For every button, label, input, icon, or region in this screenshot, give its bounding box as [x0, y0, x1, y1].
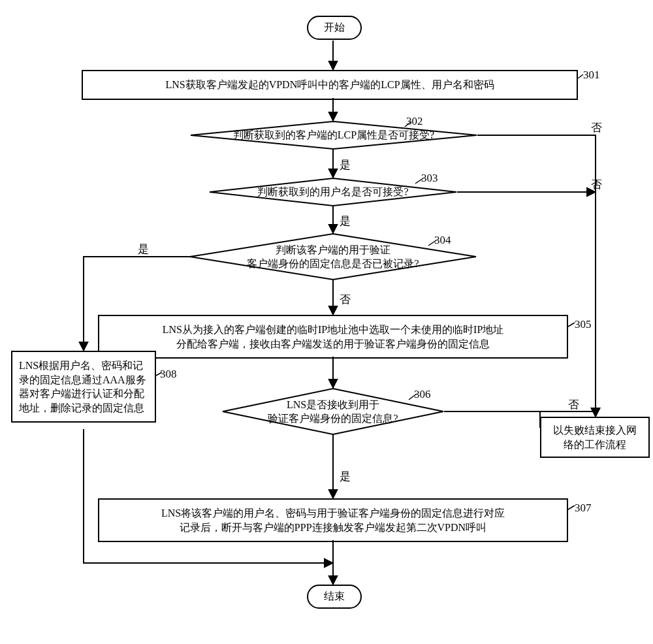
label-306-yes: 是 [340, 469, 351, 484]
step-label-308: 308 [160, 368, 177, 381]
process-fail-line1: 以失败结束接入网 [553, 425, 637, 436]
process-fail: 以失败结束接入网 络的工作流程 [540, 417, 650, 458]
label-303-no: 否 [591, 177, 602, 192]
step-label-303: 303 [421, 172, 438, 185]
step-label-307: 307 [575, 502, 592, 515]
label-306-no: 否 [568, 397, 579, 412]
decision-304-line1: 判断该客户端的用于验证 [276, 244, 390, 255]
decision-306-line2: 验证客户端身份的固定信息? [268, 413, 398, 424]
step-label-304: 304 [434, 234, 451, 247]
process-308-line3: 器对客户端进行认证和分配 [19, 388, 144, 399]
process-305: LNS从为接入的客户端创建的临时IP地址池中选取一个未使用的临时IP地址 分配给… [98, 315, 568, 359]
decision-304: 判断该客户端的用于验证 客户端身份的固定信息是否已被记录? [189, 233, 477, 280]
decision-306: LNS是否接收到用于 验证客户端身份的固定信息? [222, 388, 444, 435]
label-304-no: 否 [340, 292, 351, 307]
svg-line-16 [568, 323, 575, 327]
decision-306-line1: LNS是否接收到用于 [287, 399, 379, 410]
process-305-line2: 分配给客户端，接收由客户端发送的用于验证客户端身份的固定信息 [176, 338, 490, 349]
svg-line-12 [578, 74, 583, 78]
process-308-line1: LNS根据用户名、密码和记 [19, 360, 143, 371]
process-308-line2: 录的固定信息通过AAA服务 [19, 374, 146, 385]
decision-302: 判断获取到的客户端的LCP属性是否可接受? [190, 121, 477, 150]
decision-302-text: 判断获取到的客户端的LCP属性是否可接受? [233, 129, 434, 140]
process-301-text: LNS获取客户端发起的VPDN呼叫中的客户端的LCP属性、用户名和密码 [165, 79, 494, 90]
svg-line-18 [568, 506, 575, 509]
step-label-305: 305 [575, 318, 592, 331]
label-302-no: 否 [591, 120, 602, 135]
step-label-306: 306 [414, 388, 431, 401]
end-label: 结束 [324, 590, 345, 602]
process-308: LNS根据用户名、密码和记 录的固定信息通过AAA服务 器对客户端进行认证和分配… [11, 351, 156, 423]
label-304-yes: 是 [138, 242, 149, 257]
step-label-302: 302 [406, 115, 423, 128]
decision-303-text: 判断获取到的用户名是否可接受? [257, 186, 408, 197]
process-305-line1: LNS从为接入的客户端创建的临时IP地址池中选取一个未使用的临时IP地址 [163, 324, 504, 335]
end-terminator: 结束 [307, 585, 362, 609]
process-308-line4: 地址，删除记录的固定信息 [19, 402, 144, 413]
process-307-line2: 记录后，断开与客户端的PPP连接触发客户端发起第二次VPDN呼叫 [180, 522, 486, 533]
process-307-line1: LNS将该客户端的用户名、密码与用于验证客户端身份的固定信息进行对应 [161, 507, 505, 519]
label-303-yes: 是 [340, 214, 351, 229]
start-label: 开始 [324, 22, 345, 33]
process-fail-line2: 络的工作流程 [564, 439, 626, 450]
start-terminator: 开始 [307, 16, 362, 40]
decision-303: 判断获取到的用户名是否可接受? [209, 178, 457, 206]
process-301: LNS获取客户端发起的VPDN呼叫中的客户端的LCP属性、用户名和密码 [82, 70, 578, 100]
decision-304-line2: 客户端身份的固定信息是否已被记录? [247, 258, 419, 269]
process-307: LNS将该客户端的用户名、密码与用于验证客户端身份的固定信息进行对应 记录后，断… [98, 498, 568, 542]
step-label-301: 301 [583, 69, 600, 82]
label-302-yes: 是 [340, 157, 351, 172]
